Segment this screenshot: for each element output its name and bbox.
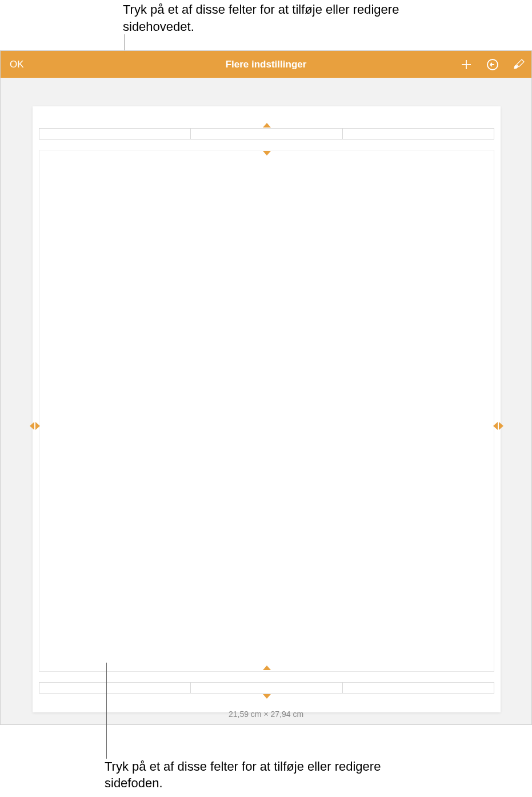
- content-area[interactable]: [39, 150, 494, 672]
- plus-icon[interactable]: [459, 58, 473, 71]
- header-fields-row: [39, 128, 494, 140]
- toolbar-actions: [459, 58, 526, 71]
- toolbar-title: Flere indstillinger: [226, 59, 307, 70]
- header-field-center[interactable]: [191, 129, 342, 139]
- callout-footer-text: Tryk på et af disse felter for at tilføj…: [105, 758, 390, 792]
- footer-field-right[interactable]: [343, 683, 494, 693]
- document-page: [33, 106, 501, 712]
- margin-handle-left[interactable]: [30, 422, 40, 430]
- margin-handle-bottom-inner[interactable]: [263, 666, 271, 670]
- workspace: 21,59 cm × 27,94 cm: [1, 78, 531, 724]
- margin-handle-right[interactable]: [493, 422, 503, 430]
- callout-header-text: Tryk på et af disse felter for at tilføj…: [123, 1, 409, 35]
- toolbar: OK Flere indstillinger: [1, 51, 531, 78]
- page-dimensions-label: 21,59 cm × 27,94 cm: [229, 710, 303, 719]
- footer-fields-row: [39, 682, 494, 694]
- app-window: OK Flere indstillinger: [0, 50, 532, 725]
- footer-field-center[interactable]: [191, 683, 342, 693]
- brush-icon[interactable]: [512, 58, 526, 71]
- footer-field-left[interactable]: [39, 683, 191, 693]
- header-field-left[interactable]: [39, 129, 191, 139]
- header-field-right[interactable]: [343, 129, 494, 139]
- margin-handle-top-outer[interactable]: [263, 123, 271, 127]
- ok-button[interactable]: OK: [10, 59, 24, 70]
- margin-handle-bottom-outer[interactable]: [263, 694, 271, 699]
- undo-icon[interactable]: [486, 58, 499, 71]
- callout-leader-line-bottom: [106, 663, 107, 759]
